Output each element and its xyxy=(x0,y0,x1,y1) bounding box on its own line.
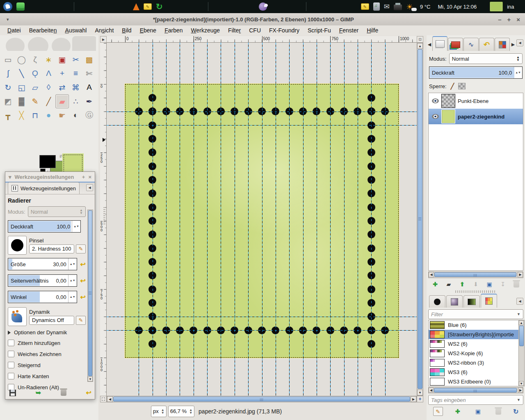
active-image-thumbnail[interactable] xyxy=(62,153,84,173)
checkbox[interactable] xyxy=(8,340,14,346)
tool-clone[interactable]: ┳ xyxy=(1,108,15,122)
delete-options-button[interactable] xyxy=(61,390,66,396)
tool-fuzzy-select[interactable]: ∗ xyxy=(42,52,55,66)
dynamics-preview-button[interactable] xyxy=(8,307,27,326)
checkbox-row[interactable]: Weiches Zeichnen xyxy=(8,351,86,357)
titlebar[interactable]: ▾ *[paper2-ziegenkind](importiert)-1.0 (… xyxy=(0,13,525,26)
guide-vertical[interactable] xyxy=(166,43,167,396)
mode-select-disabled[interactable]: Normal ▲▼ xyxy=(28,206,86,217)
scroll-up-button[interactable]: ▲ xyxy=(417,43,423,49)
tabs-scroll-left-icon[interactable]: ◀ xyxy=(427,38,432,51)
scroll-right-button[interactable]: ▶ xyxy=(518,388,523,393)
layer-row-selected[interactable]: paper2-ziegenkind xyxy=(429,109,523,124)
dock-menu-button[interactable]: ◀ xyxy=(516,39,523,46)
tab-colormap[interactable] xyxy=(495,38,510,51)
guide-vertical[interactable] xyxy=(139,43,139,396)
brush-name-input[interactable]: 2. Hardness 100 xyxy=(29,244,74,253)
spinner-buttons[interactable]: ▲▼ xyxy=(68,291,77,303)
scroll-down-button[interactable]: ▼ xyxy=(417,390,423,395)
guide-horizontal[interactable] xyxy=(107,112,417,112)
tool-cage-transform[interactable]: ⌘ xyxy=(69,80,82,94)
reset-aspect-button[interactable]: ↩ xyxy=(80,277,86,285)
tool-gradient[interactable]: ▓ xyxy=(15,94,28,108)
tab-paths[interactable]: ∿ xyxy=(463,38,479,51)
checkbox[interactable] xyxy=(8,373,14,379)
menu-ebene[interactable]: Ebene xyxy=(136,26,161,34)
tool-airbrush[interactable]: ∴ xyxy=(69,94,82,108)
guide-vertical[interactable] xyxy=(153,43,153,396)
guide-vertical[interactable] xyxy=(289,43,290,396)
tool-color-picker[interactable]: ╲ xyxy=(15,66,28,80)
tool-smudge[interactable]: ☛ xyxy=(55,108,69,122)
visibility-eye-icon[interactable] xyxy=(432,114,439,119)
tab-layers[interactable] xyxy=(432,36,447,51)
zoom-follow-window-button[interactable]: ⊡ xyxy=(417,36,423,43)
palette-row[interactable]: WS2 (6) xyxy=(429,339,523,349)
scroll-down-button[interactable]: ▼ xyxy=(519,381,524,386)
layer-name[interactable]: Punkt-Ebene xyxy=(458,98,488,104)
spinner-buttons[interactable]: ▲▼ xyxy=(72,221,80,232)
tab-patterns[interactable] xyxy=(446,295,463,308)
guide-vertical[interactable] xyxy=(371,43,372,396)
tool-shear[interactable]: ▱ xyxy=(28,80,42,94)
restore-options-button[interactable]: ➥ xyxy=(36,389,41,397)
mail-icon[interactable]: ✉ xyxy=(384,2,390,11)
dock-resize-handle[interactable] xyxy=(455,290,496,293)
spinner-buttons[interactable]: ▲▼ xyxy=(68,258,77,270)
guide-vertical[interactable] xyxy=(235,43,235,396)
user-name[interactable]: ina xyxy=(507,4,514,10)
lock-pixels-icon[interactable]: ╱ xyxy=(451,83,454,89)
layer-thumbnail[interactable] xyxy=(441,110,455,123)
tray-notes-icon[interactable]: ✎ xyxy=(361,3,369,10)
tool-free-select[interactable]: ζ xyxy=(28,52,42,66)
pidgin-icon[interactable] xyxy=(259,2,267,11)
canvas-vertical-scrollbar[interactable]: ▲ ||| ▼ xyxy=(417,43,423,396)
tab-palettes[interactable] xyxy=(481,294,497,308)
dock-menu-button[interactable]: ◀ xyxy=(86,184,93,191)
tool-move[interactable]: + xyxy=(55,66,69,80)
aspect-ratio-slider[interactable]: Seitenverhältnis 0,00 ▲▼ xyxy=(8,274,77,287)
fg-bg-colors[interactable]: ⇄ xyxy=(39,155,65,173)
duplicate-palette-button[interactable]: ▣ xyxy=(472,407,483,416)
raise-layer-button[interactable]: ⬆ xyxy=(457,280,468,289)
tags-input[interactable]: Tags eingeben ▼ xyxy=(428,395,523,405)
scroll-thumb[interactable]: ||| xyxy=(434,388,517,393)
menu-farben[interactable]: Farben xyxy=(160,26,187,34)
new-layer-button[interactable]: ✚ xyxy=(430,280,441,289)
guide-vertical[interactable] xyxy=(207,43,208,396)
palette-vertical-scrollbar[interactable]: ▲ ▼ xyxy=(518,320,525,386)
layer-opacity-slider[interactable]: Deckkraft 100,0 ▲▼ xyxy=(429,66,523,79)
spinner-buttons[interactable]: ▲▼ xyxy=(68,275,77,286)
menu-filter[interactable]: Filter xyxy=(224,26,245,34)
window-menu-icon[interactable]: ▾ xyxy=(9,174,11,180)
palette-horizontal-scrollbar[interactable]: ◀ ||| ▶ xyxy=(428,387,523,393)
palette-row[interactable]: WS2-Kopie (6) xyxy=(429,349,523,358)
spinner-buttons[interactable]: ▲▼ xyxy=(514,67,522,78)
tool-measure[interactable]: Λ xyxy=(42,66,55,80)
scroll-left-button[interactable]: ◀ xyxy=(429,272,434,277)
menu-werkzeuge[interactable]: Werkzeuge xyxy=(187,26,224,34)
vlc-icon[interactable] xyxy=(133,3,139,10)
desktop-pager[interactable] xyxy=(490,2,503,11)
layers-horizontal-scrollbar[interactable]: ◀ ||| ▶ xyxy=(428,272,523,278)
guide-vertical[interactable] xyxy=(317,43,317,396)
weather-icon[interactable]: ☀ xyxy=(406,2,416,11)
tool-scale[interactable]: ◱ xyxy=(15,80,28,94)
palette-row[interactable]: Blue (6) xyxy=(429,320,523,330)
edit-brush-button[interactable]: ✎ xyxy=(76,244,86,253)
green-app-icon[interactable] xyxy=(16,2,25,11)
tool-select-by-color[interactable]: ▣ xyxy=(55,52,69,66)
guide-horizontal[interactable] xyxy=(107,317,417,317)
guide-vertical[interactable] xyxy=(248,43,249,396)
scroll-thumb[interactable]: ||| xyxy=(88,210,92,376)
guide-vertical[interactable] xyxy=(221,43,221,396)
media-player-icon[interactable] xyxy=(373,2,380,11)
scroll-right-button[interactable]: ▶ xyxy=(411,396,416,402)
new-palette-button[interactable]: ✚ xyxy=(452,407,463,416)
tab-tool-options[interactable]: Werkzeugeinstellungen xyxy=(8,182,80,194)
palette-row[interactable]: WS3 (6) xyxy=(429,368,523,377)
tool-ink[interactable]: ✒ xyxy=(82,94,96,108)
menu-script-fu[interactable]: Script-Fu xyxy=(304,26,335,34)
duplicate-layer-button[interactable]: ▣ xyxy=(484,280,495,289)
tool-perspective-clone[interactable]: ⊓ xyxy=(28,108,42,122)
